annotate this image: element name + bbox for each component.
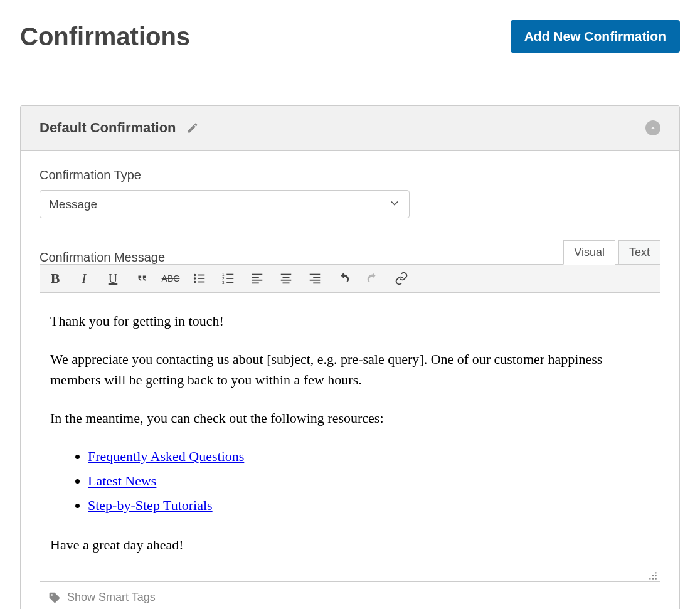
svg-text:3: 3	[222, 280, 225, 285]
message-paragraph: Thank you for getting in touch!	[50, 310, 650, 331]
svg-rect-13	[252, 277, 259, 278]
tab-visual[interactable]: Visual	[563, 240, 615, 265]
editor-status-bar	[40, 568, 660, 581]
message-paragraph: In the meantime, you can check out the f…	[50, 408, 650, 428]
link-icon[interactable]	[394, 271, 409, 286]
svg-point-0	[194, 274, 196, 277]
svg-rect-11	[226, 282, 233, 283]
svg-rect-20	[310, 274, 321, 275]
svg-rect-12	[252, 274, 263, 275]
resource-link[interactable]: Frequently Asked Questions	[88, 448, 244, 464]
confirmation-panel: Default Confirmation Confirmation Type M…	[20, 105, 680, 609]
numbered-list-icon[interactable]: 123	[221, 271, 236, 286]
svg-point-25	[652, 575, 654, 576]
resource-link[interactable]: Step-by-Step Tutorials	[88, 497, 213, 513]
svg-rect-21	[313, 277, 320, 278]
svg-point-2	[194, 281, 196, 283]
panel-title: Default Confirmation	[40, 120, 176, 136]
confirmation-message-label: Confirmation Message	[40, 250, 165, 265]
panel-body: Confirmation Type Message Confirmation M…	[21, 151, 679, 609]
message-paragraph: Have a great day ahead!	[50, 534, 650, 555]
blockquote-icon[interactable]	[134, 271, 149, 286]
add-new-confirmation-button[interactable]: Add New Confirmation	[511, 20, 680, 53]
align-right-icon[interactable]	[307, 271, 322, 286]
svg-rect-5	[198, 282, 204, 283]
editor-toolbar: B I U ABC 123	[40, 265, 660, 293]
redo-icon[interactable]	[365, 271, 380, 286]
svg-rect-17	[283, 277, 290, 278]
underline-icon[interactable]: U	[105, 271, 120, 286]
svg-rect-3	[198, 275, 204, 276]
svg-rect-22	[310, 280, 321, 281]
svg-rect-4	[198, 278, 204, 279]
align-left-icon[interactable]	[250, 271, 265, 286]
svg-point-29	[655, 578, 657, 580]
svg-point-28	[652, 578, 654, 580]
editor-content-area[interactable]: Thank you for getting in touch! We appre…	[40, 293, 660, 568]
svg-rect-9	[226, 274, 233, 275]
svg-rect-18	[281, 280, 292, 281]
list-item: Step-by-Step Tutorials	[88, 495, 650, 516]
message-paragraph: We appreciate you contacting us about [s…	[50, 349, 650, 390]
confirmation-type-select[interactable]: Message	[40, 190, 410, 218]
svg-rect-15	[252, 282, 259, 283]
svg-point-26	[655, 575, 657, 576]
italic-icon[interactable]: I	[77, 271, 92, 286]
confirmation-type-label: Confirmation Type	[40, 168, 660, 183]
bold-icon[interactable]: B	[48, 271, 63, 286]
tab-text[interactable]: Text	[618, 240, 660, 265]
align-center-icon[interactable]	[278, 271, 294, 286]
undo-icon[interactable]	[336, 271, 351, 286]
tag-icon	[48, 591, 61, 604]
show-smart-tags-link[interactable]: Show Smart Tags	[67, 591, 156, 604]
svg-rect-23	[313, 282, 320, 283]
panel-header: Default Confirmation	[21, 106, 679, 151]
rich-text-editor: B I U ABC 123	[40, 264, 660, 582]
page-title: Confirmations	[20, 23, 190, 51]
resize-grip-icon[interactable]	[649, 571, 657, 580]
svg-rect-16	[281, 274, 292, 275]
strikethrough-icon[interactable]: ABC	[163, 271, 178, 286]
editor-tabs: Visual Text	[563, 240, 660, 265]
svg-rect-10	[226, 278, 233, 279]
svg-rect-19	[283, 282, 290, 283]
resource-link[interactable]: Latest News	[88, 473, 156, 489]
svg-point-1	[194, 277, 196, 280]
bullet-list-icon[interactable]	[192, 271, 207, 286]
collapse-toggle-icon[interactable]	[645, 120, 660, 135]
edit-name-icon[interactable]	[186, 122, 199, 134]
svg-rect-14	[252, 280, 263, 281]
svg-point-27	[649, 578, 650, 580]
list-item: Frequently Asked Questions	[88, 446, 650, 467]
svg-point-24	[655, 572, 657, 573]
list-item: Latest News	[88, 470, 650, 491]
